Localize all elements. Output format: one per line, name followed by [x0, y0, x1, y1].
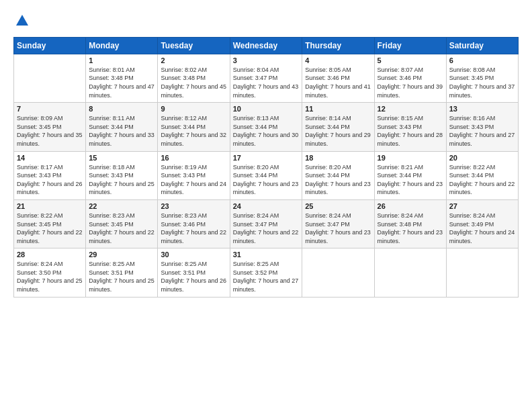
- day-number: 28: [17, 250, 83, 259]
- calendar-table: SundayMondayTuesdayWednesdayThursdayFrid…: [13, 37, 519, 298]
- day-info: Sunrise: 8:02 AMSunset: 3:48 PMDaylight:…: [161, 66, 226, 99]
- day-info: Sunrise: 8:22 AMSunset: 3:44 PMDaylight:…: [449, 163, 515, 197]
- day-info: Sunrise: 8:04 AMSunset: 3:47 PMDaylight:…: [233, 66, 300, 99]
- calendar-header-friday: Friday: [374, 37, 446, 54]
- day-number: 23: [161, 202, 226, 210]
- calendar-cell: 19Sunrise: 8:21 AMSunset: 3:44 PMDayligh…: [374, 151, 446, 199]
- day-number: 13: [449, 105, 515, 113]
- day-info: Sunrise: 8:23 AMSunset: 3:46 PMDaylight:…: [161, 212, 226, 245]
- day-info: Sunrise: 8:14 AMSunset: 3:44 PMDaylight:…: [305, 114, 371, 148]
- calendar-cell: [302, 248, 374, 297]
- calendar-cell: 18Sunrise: 8:20 AMSunset: 3:44 PMDayligh…: [302, 151, 374, 199]
- calendar-cell: [14, 54, 86, 102]
- day-info: Sunrise: 8:24 AMSunset: 3:47 PMDaylight:…: [305, 212, 371, 245]
- day-info: Sunrise: 8:19 AMSunset: 3:43 PMDaylight:…: [161, 163, 226, 197]
- calendar-week-row: 21Sunrise: 8:22 AMSunset: 3:45 PMDayligh…: [14, 199, 519, 248]
- day-info: Sunrise: 8:05 AMSunset: 3:46 PMDaylight:…: [305, 66, 371, 99]
- calendar-cell: 11Sunrise: 8:14 AMSunset: 3:44 PMDayligh…: [302, 103, 374, 151]
- calendar-cell: 3Sunrise: 8:04 AMSunset: 3:47 PMDaylight…: [230, 54, 302, 102]
- day-number: 26: [378, 202, 443, 210]
- day-number: 14: [17, 154, 83, 162]
- calendar-cell: 12Sunrise: 8:15 AMSunset: 3:43 PMDayligh…: [374, 103, 446, 151]
- calendar-cell: 20Sunrise: 8:22 AMSunset: 3:44 PMDayligh…: [446, 151, 518, 199]
- day-number: 31: [233, 250, 300, 259]
- day-info: Sunrise: 8:08 AMSunset: 3:45 PMDaylight:…: [449, 66, 515, 99]
- calendar-header-thursday: Thursday: [302, 37, 374, 54]
- day-info: Sunrise: 8:25 AMSunset: 3:51 PMDaylight:…: [89, 260, 154, 293]
- day-number: 27: [449, 202, 515, 210]
- day-info: Sunrise: 8:09 AMSunset: 3:45 PMDaylight:…: [17, 114, 83, 148]
- calendar-cell: 21Sunrise: 8:22 AMSunset: 3:45 PMDayligh…: [14, 199, 86, 248]
- day-info: Sunrise: 8:18 AMSunset: 3:43 PMDaylight:…: [89, 163, 154, 197]
- calendar-cell: 23Sunrise: 8:23 AMSunset: 3:46 PMDayligh…: [158, 199, 230, 248]
- calendar-page: SundayMondayTuesdayWednesdayThursdayFrid…: [0, 0, 532, 411]
- day-number: 16: [161, 154, 226, 162]
- day-number: 30: [161, 250, 226, 259]
- day-number: 8: [89, 105, 154, 113]
- calendar-cell: 31Sunrise: 8:25 AMSunset: 3:52 PMDayligh…: [230, 248, 302, 297]
- day-info: Sunrise: 8:24 AMSunset: 3:47 PMDaylight:…: [233, 212, 300, 245]
- calendar-week-row: 7Sunrise: 8:09 AMSunset: 3:45 PMDaylight…: [14, 103, 519, 151]
- day-number: 22: [89, 202, 154, 210]
- calendar-cell: 2Sunrise: 8:02 AMSunset: 3:48 PMDaylight…: [158, 54, 230, 102]
- day-number: 20: [449, 154, 515, 162]
- calendar-week-row: 1Sunrise: 8:01 AMSunset: 3:48 PMDaylight…: [14, 54, 519, 102]
- day-info: Sunrise: 8:22 AMSunset: 3:45 PMDaylight:…: [17, 212, 83, 245]
- day-number: 2: [161, 56, 226, 64]
- day-number: 1: [89, 56, 154, 64]
- day-info: Sunrise: 8:12 AMSunset: 3:44 PMDaylight:…: [161, 114, 226, 148]
- logo: [13, 13, 30, 32]
- day-number: 9: [161, 105, 226, 113]
- day-info: Sunrise: 8:15 AMSunset: 3:43 PMDaylight:…: [378, 114, 443, 148]
- day-number: 12: [378, 105, 443, 113]
- calendar-cell: 4Sunrise: 8:05 AMSunset: 3:46 PMDaylight…: [302, 54, 374, 102]
- day-number: 15: [89, 154, 154, 162]
- calendar-cell: 30Sunrise: 8:25 AMSunset: 3:51 PMDayligh…: [158, 248, 230, 297]
- day-info: Sunrise: 8:16 AMSunset: 3:43 PMDaylight:…: [449, 114, 515, 148]
- calendar-cell: 9Sunrise: 8:12 AMSunset: 3:44 PMDaylight…: [158, 103, 230, 151]
- calendar-cell: 6Sunrise: 8:08 AMSunset: 3:45 PMDaylight…: [446, 54, 518, 102]
- calendar-cell: 27Sunrise: 8:24 AMSunset: 3:49 PMDayligh…: [446, 199, 518, 248]
- day-number: 17: [233, 154, 300, 162]
- calendar-cell: 8Sunrise: 8:11 AMSunset: 3:44 PMDaylight…: [86, 103, 158, 151]
- calendar-cell: 7Sunrise: 8:09 AMSunset: 3:45 PMDaylight…: [14, 103, 86, 151]
- calendar-header-saturday: Saturday: [446, 37, 518, 54]
- day-info: Sunrise: 8:20 AMSunset: 3:44 PMDaylight:…: [305, 163, 371, 197]
- day-number: 3: [233, 56, 300, 64]
- day-number: 5: [378, 56, 443, 64]
- calendar-week-row: 28Sunrise: 8:24 AMSunset: 3:50 PMDayligh…: [14, 248, 519, 297]
- day-info: Sunrise: 8:24 AMSunset: 3:50 PMDaylight:…: [17, 260, 83, 293]
- calendar-cell: 14Sunrise: 8:17 AMSunset: 3:43 PMDayligh…: [14, 151, 86, 199]
- calendar-cell: 29Sunrise: 8:25 AMSunset: 3:51 PMDayligh…: [86, 248, 158, 297]
- day-info: Sunrise: 8:23 AMSunset: 3:45 PMDaylight:…: [89, 212, 154, 245]
- day-number: 25: [305, 202, 371, 210]
- day-info: Sunrise: 8:20 AMSunset: 3:44 PMDaylight:…: [233, 163, 300, 197]
- calendar-cell: 10Sunrise: 8:13 AMSunset: 3:44 PMDayligh…: [230, 103, 302, 151]
- calendar-header-row: SundayMondayTuesdayWednesdayThursdayFrid…: [14, 37, 519, 54]
- day-number: 29: [89, 250, 154, 259]
- calendar-header-monday: Monday: [86, 37, 158, 54]
- calendar-cell: 24Sunrise: 8:24 AMSunset: 3:47 PMDayligh…: [230, 199, 302, 248]
- day-number: 19: [378, 154, 443, 162]
- calendar-header-wednesday: Wednesday: [230, 37, 302, 54]
- calendar-cell: [374, 248, 446, 297]
- calendar-cell: 25Sunrise: 8:24 AMSunset: 3:47 PMDayligh…: [302, 199, 374, 248]
- calendar-cell: 15Sunrise: 8:18 AMSunset: 3:43 PMDayligh…: [86, 151, 158, 199]
- day-info: Sunrise: 8:01 AMSunset: 3:48 PMDaylight:…: [89, 66, 154, 99]
- calendar-header-tuesday: Tuesday: [158, 37, 230, 54]
- day-number: 24: [233, 202, 300, 210]
- day-number: 11: [305, 105, 371, 113]
- calendar-cell: 16Sunrise: 8:19 AMSunset: 3:43 PMDayligh…: [158, 151, 230, 199]
- calendar-cell: 17Sunrise: 8:20 AMSunset: 3:44 PMDayligh…: [230, 151, 302, 199]
- day-info: Sunrise: 8:17 AMSunset: 3:43 PMDaylight:…: [17, 163, 83, 197]
- day-info: Sunrise: 8:25 AMSunset: 3:52 PMDaylight:…: [233, 260, 300, 293]
- day-info: Sunrise: 8:07 AMSunset: 3:46 PMDaylight:…: [378, 66, 443, 99]
- day-number: 4: [305, 56, 371, 64]
- calendar-cell: 1Sunrise: 8:01 AMSunset: 3:48 PMDaylight…: [86, 54, 158, 102]
- calendar-cell: 22Sunrise: 8:23 AMSunset: 3:45 PMDayligh…: [86, 199, 158, 248]
- calendar-cell: 28Sunrise: 8:24 AMSunset: 3:50 PMDayligh…: [14, 248, 86, 297]
- calendar-cell: 13Sunrise: 8:16 AMSunset: 3:43 PMDayligh…: [446, 103, 518, 151]
- day-number: 7: [17, 105, 83, 113]
- page-header: [13, 11, 519, 32]
- day-number: 21: [17, 202, 83, 210]
